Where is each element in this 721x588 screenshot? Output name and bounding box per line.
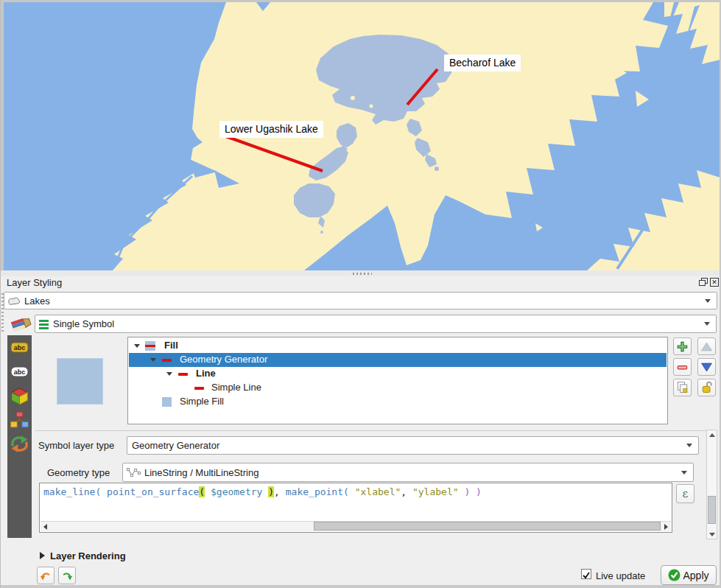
expression-token: ) [268, 486, 274, 497]
history-arrows-icon[interactable] [10, 435, 29, 452]
open-lock-icon [700, 381, 714, 394]
close-panel-icon[interactable]: ✕ [710, 278, 719, 287]
duplicate-icon [676, 381, 689, 394]
line-symbol-icon [162, 359, 172, 362]
apply-label: Apply [683, 570, 708, 581]
linestring-geometry-icon [126, 467, 141, 478]
vscroll-thumb[interactable] [708, 496, 716, 524]
map-label-ugashik: Lower Ugashik Lake [219, 121, 323, 138]
tree-row-simple-fill[interactable]: Simple Fill [129, 395, 667, 409]
expression-token: ) ) [464, 486, 481, 497]
expression-token: "xlabel" [355, 486, 401, 497]
tree-row-label: Simple Fill [180, 396, 224, 407]
splitter-grip-icon [353, 273, 372, 275]
expression-token [205, 486, 211, 497]
tree-row-label: Fill [164, 340, 178, 351]
add-symbol-layer-button[interactable] [673, 337, 692, 355]
qgis-window: Becharof Lake Lower Ugashik Lake Layer S… [0, 0, 721, 588]
expression-hscrollbar[interactable] [41, 521, 671, 531]
symbol-layer-tree: Fill Geometry Generator Line Simple Line… [127, 337, 668, 424]
epsilon-icon: ε [683, 487, 689, 500]
expression-token: , [274, 486, 286, 497]
renderer-selector-value: Single Symbol [53, 318, 704, 329]
minus-icon [676, 362, 689, 373]
symbology-brush-icon[interactable] [10, 314, 32, 336]
expander-icon[interactable] [166, 372, 172, 376]
geometry-type-select[interactable]: LineString / MultiLineString [122, 463, 694, 482]
live-update-checkbox[interactable] [581, 569, 591, 579]
polygon-layer-icon [7, 296, 21, 306]
up-arrow-icon [700, 341, 713, 352]
down-arrow-icon [700, 362, 713, 373]
panel-vscrollbar[interactable] [706, 430, 717, 539]
undo-arrow-icon [40, 570, 52, 581]
window-edge [1, 585, 721, 588]
scroll-left-icon[interactable] [41, 522, 50, 531]
chevron-down-icon [704, 322, 710, 326]
expression-editor[interactable]: make_line( point_on_surface( $geometry )… [39, 483, 672, 533]
lake-dot [320, 231, 323, 234]
duplicate-symbol-layer-button[interactable] [673, 379, 692, 396]
map-graphics [4, 2, 720, 270]
move-up-button[interactable] [697, 337, 716, 355]
symbol-layer-type-select[interactable]: Geometry Generator [127, 436, 699, 455]
view-3d-cube-icon[interactable] [10, 388, 29, 405]
redo-arrow-icon [61, 570, 73, 581]
plus-icon [676, 340, 689, 353]
panel-splitter[interactable] [1, 270, 721, 276]
expression-token: point_on_surface [107, 486, 199, 497]
hscroll-thumb[interactable] [314, 522, 661, 531]
apply-button[interactable]: Apply [661, 565, 717, 585]
single-symbol-icon [38, 318, 49, 330]
chevron-down-icon [686, 444, 692, 447]
section-divider [35, 430, 717, 431]
expression-builder-button[interactable]: ε [676, 484, 694, 503]
expander-icon[interactable] [150, 358, 156, 362]
chevron-down-icon [705, 299, 711, 303]
scroll-up-icon[interactable] [707, 430, 717, 439]
redo-button[interactable] [58, 567, 76, 584]
map-canvas[interactable]: Becharof Lake Lower Ugashik Lake [4, 2, 720, 270]
lake-tail [435, 167, 439, 171]
renderer-selector[interactable]: Single Symbol [35, 315, 717, 333]
expression-token: "ylabel" [412, 486, 459, 497]
tree-row-simple-line[interactable]: Simple Line [129, 381, 667, 395]
check-icon [582, 571, 591, 580]
masks-abc-icon[interactable]: abc [10, 365, 29, 382]
tree-row-geometry-generator[interactable]: Geometry Generator [129, 353, 667, 367]
tree-row-fill[interactable]: Fill [129, 339, 667, 353]
expression-token: make_line( [43, 486, 107, 497]
float-panel-icon[interactable] [699, 278, 708, 287]
layer-selector[interactable]: Lakes [4, 292, 717, 309]
expression-token: $geometry [211, 486, 262, 497]
svg-text:abc: abc [14, 344, 26, 351]
fill-symbol-icon [145, 341, 155, 351]
svg-text:abc: abc [14, 368, 26, 376]
labels-abc-icon[interactable]: abc [10, 340, 29, 358]
remove-symbol-layer-button[interactable] [673, 358, 692, 376]
expression-token: make_point( [286, 486, 355, 497]
styling-sidebar: abc abc [7, 335, 32, 538]
expression-token: ( [199, 486, 205, 497]
scroll-right-icon[interactable] [661, 522, 671, 531]
symbol-layer-type-value: Geometry Generator [132, 440, 686, 451]
expression-code: make_line( point_on_surface( $geometry )… [43, 486, 482, 497]
geometry-type-value: LineString / MultiLineString [144, 467, 681, 478]
tree-row-label: Line [196, 368, 216, 379]
symbol-layer-type-label: Symbol layer type [38, 440, 114, 451]
undo-button[interactable] [37, 567, 54, 584]
collapse-arrow-icon[interactable] [40, 552, 45, 559]
layer-selector-value: Lakes [24, 295, 705, 307]
line-symbol-icon [178, 373, 188, 376]
expander-icon[interactable] [134, 344, 140, 348]
lake-island [370, 105, 373, 108]
symbol-preview [57, 358, 103, 405]
tree-row-line[interactable]: Line [129, 367, 667, 381]
apply-check-icon [668, 569, 680, 581]
layer-rendering-header[interactable]: Layer Rendering [50, 550, 126, 561]
diagrams-icon[interactable] [10, 411, 29, 429]
scroll-down-icon[interactable] [707, 530, 717, 539]
live-update-label: Live update [596, 570, 645, 581]
move-down-button[interactable] [697, 358, 716, 376]
lock-colors-button[interactable] [697, 379, 716, 396]
